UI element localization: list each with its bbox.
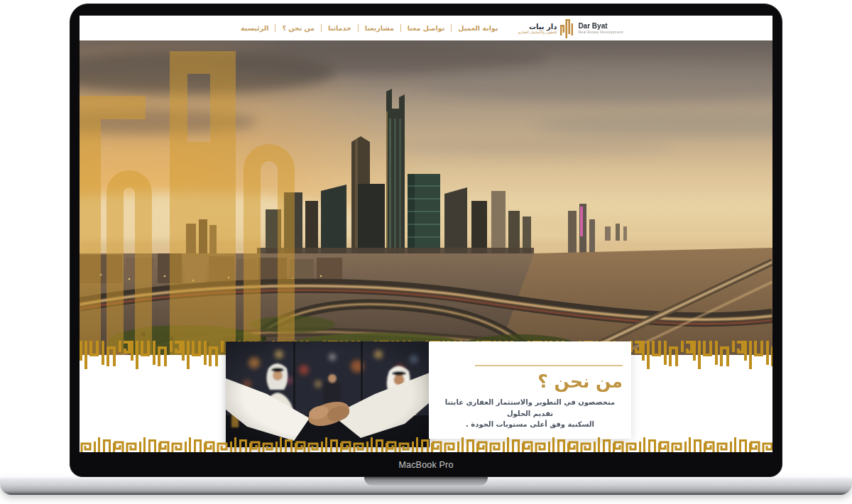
about-body: متخصصون في التطوير والاستثمار العقاري غا…	[437, 397, 623, 430]
laptop-base-notch	[364, 477, 488, 486]
nav-item-about[interactable]: من نحن ؟	[278, 24, 318, 32]
gold-skyline-ornament-bottom	[80, 434, 772, 452]
nav-item-home[interactable]: الرئيسية	[237, 24, 272, 32]
nav-item-contact[interactable]: تواصل معنا	[404, 24, 448, 32]
brand-name-arabic: دار بيات للتطوير والاستثمار العقاري	[518, 23, 557, 35]
brand-name-english: Dar Byat Real Estate Development	[578, 22, 623, 34]
about-title: من نحن ؟	[429, 371, 623, 392]
nav-item-services[interactable]: خدماتنا	[324, 24, 355, 32]
site-header: الرئيسية من نحن ؟ خدماتنا مشاريعنا تواصل…	[80, 16, 772, 40]
buildings-icon	[560, 19, 574, 38]
macbook-label: MacBook Pro	[70, 460, 782, 470]
nav-item-projects[interactable]: مشاريعنا	[361, 24, 398, 32]
about-body-line2: السكنية وفق أعلى مستويات الجودة .	[437, 419, 623, 430]
nav-separator	[451, 24, 452, 32]
nav-separator	[275, 24, 275, 32]
about-photo-handshake	[226, 341, 430, 447]
nav-item-client-portal[interactable]: بوابة العميل	[454, 24, 501, 32]
browser-viewport: الرئيسية من نحن ؟ خدماتنا مشاريعنا تواصل…	[80, 16, 772, 452]
hero-image-riyadh-skyline	[80, 40, 772, 355]
nav-separator	[321, 24, 322, 32]
about-card: من نحن ؟ متخصصون في التطوير والاستثمار ا…	[429, 341, 631, 439]
about-divider	[475, 365, 623, 366]
about-body-line1: متخصصون في التطوير والاستثمار العقاري غا…	[437, 397, 623, 419]
laptop-base	[0, 477, 852, 495]
nav-separator	[358, 24, 359, 32]
brand-logo[interactable]: دار بيات للتطوير والاستثمار العقاري Dar …	[518, 18, 623, 39]
main-nav: الرئيسية من نحن ؟ خدماتنا مشاريعنا تواصل…	[237, 16, 502, 40]
hero-skyline-graphic	[80, 40, 772, 355]
nav-separator	[400, 24, 401, 32]
